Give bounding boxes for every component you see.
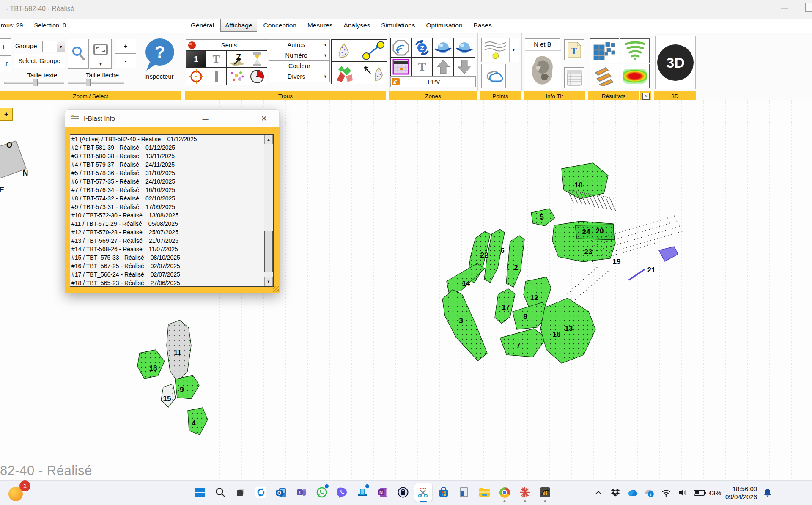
info-window-titlebar[interactable]: I-Blast Info — ✕ <box>65 109 280 127</box>
volume-tray-button[interactable] <box>677 484 689 501</box>
arrow-down-icon[interactable] <box>454 57 475 76</box>
autres-dropdown[interactable]: Autres▼ <box>269 39 330 50</box>
onenote-button[interactable]: N <box>374 483 392 502</box>
tab-analyses[interactable]: Analyses <box>339 19 375 32</box>
canvas-plus-button[interactable]: + <box>0 108 13 121</box>
green-arcs-button[interactable] <box>620 38 650 63</box>
microsoft-store-button[interactable] <box>435 483 453 502</box>
dropbox-tray-button[interactable] <box>609 484 622 501</box>
hole-delay-icon[interactable] <box>247 50 267 68</box>
minimize-button[interactable]: — <box>781 3 788 12</box>
clipped-r-button[interactable]: r. <box>0 55 11 71</box>
ppv-button[interactable]: PPV <box>390 76 476 87</box>
hole-number-icon[interactable]: 1 <box>186 50 206 68</box>
blast-list-item[interactable]: #6 / TBT-577-35 - Réalisé24/10/2025 <box>70 177 273 186</box>
snipping-tool-button[interactable] <box>414 483 432 502</box>
scrollbar-thumb[interactable] <box>264 231 273 272</box>
map-canvas[interactable]: O N E <box>0 100 812 480</box>
tie-line-icon[interactable] <box>359 39 387 62</box>
wifi-tray-button[interactable] <box>660 484 672 501</box>
inspecteur-button[interactable]: ? Inspecteur <box>140 36 178 80</box>
taskbar-clock[interactable]: 18:56:00 09/04/2026 <box>725 485 757 501</box>
text-size-slider-thumb[interactable] <box>33 79 38 86</box>
battery-tray-button[interactable]: 43% <box>694 489 721 497</box>
clipped-line-button[interactable] <box>0 38 11 55</box>
calculator-button[interactable] <box>455 483 473 502</box>
blast-list-item[interactable]: #4 / TBT-579-37 - Réalisé24/11/2025 <box>70 160 273 169</box>
red-sphere-icon[interactable] <box>187 41 198 50</box>
size-minus-button[interactable]: - <box>115 53 136 68</box>
tab-optimisation[interactable]: Optimisation <box>421 19 467 32</box>
hole-z-icon[interactable]: Z <box>226 50 247 68</box>
blast-list-item[interactable]: #1 (Active) / TBT-582-40 - Réalisé01/12/… <box>70 135 273 143</box>
blast-list-item[interactable]: #18 / TBT_565-23 - Réalisé27/06/2025 <box>70 279 273 287</box>
blast-list-item[interactable]: #15 / TBT_575-33 - Réalisé08/10/2025 <box>70 253 273 262</box>
blast-list-item[interactable]: #11 / TBT-571-29 - Réalisé05/08/2025 <box>70 220 273 228</box>
sync-app-button[interactable] <box>252 483 270 502</box>
task-view-button[interactable] <box>232 483 250 502</box>
divers-dropdown[interactable]: Divers▼ <box>269 71 330 82</box>
groupe-dropdown[interactable]: ▼ <box>42 41 65 52</box>
scatter-icon[interactable] <box>226 68 247 85</box>
target-icon[interactable] <box>186 68 206 85</box>
blast-list-item[interactable]: #8 / TBT-574-32 - Réalisé02/10/2025 <box>70 194 273 203</box>
window-edge-button[interactable] <box>805 3 812 12</box>
cloud-points-button[interactable] <box>481 64 506 88</box>
tab-mesures[interactable]: Mesures <box>303 19 337 32</box>
blast-list-item[interactable]: #16 / TBT_567-25 - Réalisé02/07/2025 <box>70 262 273 270</box>
fit-view-dropdown[interactable]: ▼ <box>90 60 112 69</box>
select-groupe-button[interactable]: Select. Groupe <box>14 54 65 68</box>
text-doc-button[interactable]: T <box>564 39 584 60</box>
keepass-button[interactable] <box>394 483 412 502</box>
blast-list-item[interactable]: #14 / TBT-568-26 - Réalisé11/07/2025 <box>70 245 273 253</box>
sphere-left-icon[interactable] <box>433 38 454 57</box>
arrow-size-slider[interactable] <box>68 82 124 84</box>
taskbar-search-button[interactable] <box>211 483 229 502</box>
hole-text-icon[interactable]: T <box>206 50 227 68</box>
info-maximize-button[interactable] <box>229 114 239 123</box>
chrome-button[interactable] <box>496 483 513 502</box>
couleur-button[interactable]: Couleur <box>269 60 330 71</box>
arrow-up-icon[interactable] <box>433 57 454 76</box>
zone-polygon-24-20[interactable] <box>575 225 614 240</box>
phone-link-button[interactable] <box>354 483 371 502</box>
z-rotate-icon[interactable]: Z <box>411 38 433 57</box>
viber-button[interactable] <box>333 483 351 502</box>
info-close-button[interactable]: ✕ <box>259 114 269 123</box>
orange-strips-button[interactable] <box>590 64 619 88</box>
blast-list-item[interactable]: #3 / TBT-580-38 - Réalisé13/11/2025 <box>70 152 273 160</box>
calendar-button[interactable] <box>564 67 584 88</box>
blast-list[interactable]: #1 (Active) / TBT-582-40 - Réalisé01/12/… <box>70 134 274 287</box>
windows-start-button[interactable] <box>191 483 209 502</box>
sphere-right-icon[interactable] <box>454 38 475 57</box>
blast-list-item[interactable]: #5 / TBT-578-36 - Réalisé31/10/2025 <box>70 169 273 177</box>
blast-list-item[interactable]: #10 / TBT-572-30 - Réalisé13/08/2025 <box>70 211 273 220</box>
blast-list-item[interactable]: #2 / TBT-581-39 - Réalisé01/12/2025 <box>70 143 273 152</box>
tab-simulations[interactable]: Simulations <box>376 19 420 32</box>
3d-button[interactable]: 3D <box>655 36 696 89</box>
rock-photo-button[interactable] <box>525 50 561 90</box>
iblast-info-window[interactable]: I-Blast Info — ✕ #1 (Active) / TBT-582-4… <box>65 109 280 293</box>
blast-list-item[interactable]: #9 / TBT-573-31 - Réalisé17/09/2025 <box>70 203 273 211</box>
i-blast-app-button[interactable]: B <box>536 483 554 502</box>
text-icon[interactable]: T <box>411 57 433 76</box>
whatsapp-button[interactable] <box>313 483 331 502</box>
purple-table-icon[interactable] <box>390 57 411 76</box>
tray-chevron-button[interactable] <box>592 484 605 501</box>
scroll-down-icon[interactable]: ▼ <box>264 277 273 286</box>
scroll-up-icon[interactable]: ▲ <box>264 135 273 144</box>
blast-list-item[interactable]: #7 / TBT-576-34 - Réalisé16/10/2025 <box>70 186 273 194</box>
heatmap-button[interactable] <box>620 64 650 88</box>
blast-list-scrollbar[interactable]: ▲ ▼ <box>264 135 273 286</box>
resize-grip[interactable] <box>273 286 279 292</box>
cloud-info-tray-button[interactable]: i <box>643 484 656 501</box>
size-plus-button[interactable]: + <box>115 39 136 53</box>
arrow-size-slider-thumb[interactable] <box>86 79 91 86</box>
blast-list-item[interactable]: #17 / TBT_566-24 - Réalisé02/07/2025 <box>70 270 273 279</box>
tab-conception[interactable]: Conception <box>259 19 301 32</box>
tab-bases[interactable]: Bases <box>469 19 497 32</box>
file-explorer-button[interactable] <box>475 483 493 502</box>
zoom-button[interactable] <box>68 39 89 69</box>
blast-list-item[interactable]: #13 / TBT-569-27 - Réalisé21/07/2025 <box>70 236 273 245</box>
notifications-bell-button[interactable] <box>761 484 774 501</box>
